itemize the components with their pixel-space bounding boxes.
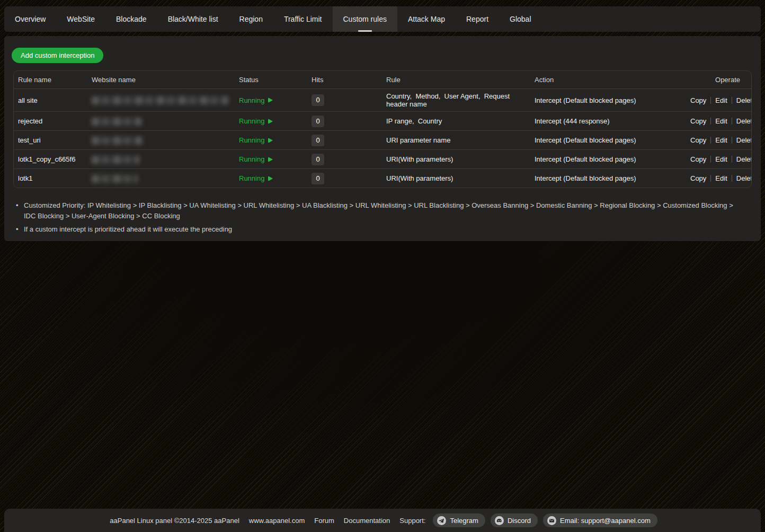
tab-overview[interactable]: Overview [4, 6, 56, 32]
operate-cell: CopyEditDelete [690, 93, 752, 108]
delete-link[interactable]: Delete [736, 117, 752, 125]
rules-table: Rule name Website name Status Hits Rule … [13, 70, 752, 188]
delete-link[interactable]: Delete [736, 174, 752, 182]
tab-global[interactable]: Global [499, 6, 541, 32]
operate-cell: CopyEditDelete [690, 133, 752, 147]
header-status: Status [239, 76, 312, 84]
header-hits: Hits [312, 76, 386, 84]
hits-cell: 0 [312, 170, 386, 188]
divider [710, 175, 711, 182]
delete-link[interactable]: Delete [736, 96, 752, 104]
rule-cell: URI(With parameters) [386, 171, 535, 185]
rule-name-cell: lotk1_copy_c665f6 [14, 152, 92, 166]
edit-link[interactable]: Edit [715, 136, 727, 144]
delete-link[interactable]: Delete [736, 155, 752, 163]
table-row: rejected Running 0 IP range, Country Int… [14, 111, 751, 130]
table-row: all site Running 0 Country, Method, User… [14, 88, 751, 111]
top-nav: OverviewWebSiteBlockadeBlack/White listR… [4, 6, 761, 32]
note-execution: If a custom intercept is prioritized ahe… [14, 224, 734, 235]
action-cell: Intercept (Default blocked pages) [535, 171, 690, 185]
edit-link[interactable]: Edit [715, 155, 727, 163]
copy-link[interactable]: Copy [690, 174, 706, 182]
nav-tabs: OverviewWebSiteBlockadeBlack/White listR… [4, 6, 542, 32]
add-custom-interception-button[interactable]: Add custom interception [12, 48, 103, 63]
play-icon [268, 97, 273, 103]
website-link[interactable]: www.aapanel.com [249, 517, 305, 525]
website-name-cell [92, 93, 239, 108]
divider [732, 137, 732, 144]
status-cell: Running [239, 133, 312, 147]
status-cell: Running [239, 171, 312, 185]
action-cell: Intercept (Default blocked pages) [535, 93, 690, 108]
tab-blockade[interactable]: Blockade [105, 6, 157, 32]
rule-name-cell: test_uri [14, 133, 92, 147]
divider [732, 118, 732, 125]
play-icon [268, 176, 273, 181]
note-priority: Customized Priority: IP Whitelisting > I… [14, 200, 734, 221]
tab-custom-rules[interactable]: Custom rules [333, 6, 397, 32]
copy-link[interactable]: Copy [690, 136, 706, 144]
copy-link[interactable]: Copy [690, 155, 706, 163]
documentation-link[interactable]: Documentation [344, 517, 390, 525]
status-text: Running [239, 155, 264, 163]
hits-badge: 0 [312, 116, 324, 127]
action-cell: Intercept (444 response) [535, 114, 690, 128]
table-body: all site Running 0 Country, Method, User… [14, 88, 751, 188]
header-operate: Operate [690, 76, 746, 84]
hits-cell: 0 [312, 112, 386, 130]
hits-cell: 0 [312, 150, 386, 169]
status-text: Running [239, 136, 264, 144]
redacted-website-name [92, 118, 141, 126]
status-cell: Running [239, 93, 312, 108]
copy-link[interactable]: Copy [690, 117, 706, 125]
notes-list: Customized Priority: IP Whitelisting > I… [14, 200, 734, 237]
telegram-button[interactable]: Telegram [433, 513, 485, 527]
edit-link[interactable]: Edit [715, 117, 727, 125]
edit-link[interactable]: Edit [715, 174, 727, 182]
hits-badge: 0 [312, 135, 324, 146]
operate-cell: CopyEditDelete [690, 171, 752, 185]
delete-link[interactable]: Delete [736, 136, 752, 144]
copy-link[interactable]: Copy [690, 96, 706, 104]
divider [710, 137, 711, 144]
header-rule-name: Rule name [14, 76, 92, 84]
email-button[interactable]: Email: support@aapanel.com [543, 513, 657, 527]
action-cell: Intercept (Default blocked pages) [535, 152, 690, 166]
status-toggle[interactable]: Running [239, 174, 273, 182]
status-toggle[interactable]: Running [239, 117, 273, 125]
tab-report[interactable]: Report [456, 6, 499, 32]
divider [710, 97, 711, 104]
rule-name-cell: all site [14, 93, 92, 108]
header-website-name: Website name [92, 76, 239, 84]
tab-region[interactable]: Region [229, 6, 273, 32]
status-toggle[interactable]: Running [239, 136, 273, 144]
table-row: lotk1 Running 0 URI(With parameters) Int… [14, 169, 751, 188]
website-name-cell [92, 152, 239, 166]
tab-attack-map[interactable]: Attack Map [397, 6, 456, 32]
tab-website[interactable]: WebSite [56, 6, 105, 32]
status-text: Running [239, 96, 264, 104]
edit-link[interactable]: Edit [715, 96, 727, 104]
hits-cell: 0 [312, 131, 386, 149]
tab-black-white-list[interactable]: Black/White list [157, 6, 229, 32]
discord-icon [495, 516, 504, 525]
tab-traffic-limit[interactable]: Traffic Limit [273, 6, 333, 32]
play-icon [268, 138, 273, 143]
table-header-row: Rule name Website name Status Hits Rule … [14, 71, 751, 88]
rule-cell: URI(With parameters) [386, 152, 535, 166]
discord-label: Discord [508, 517, 531, 525]
website-name-cell [92, 132, 239, 147]
redacted-website-name [92, 175, 138, 183]
divider [710, 118, 711, 125]
hits-badge: 0 [312, 94, 324, 106]
status-toggle[interactable]: Running [239, 155, 273, 163]
status-toggle[interactable]: Running [239, 96, 273, 104]
rule-cell: URI parameter name [386, 133, 535, 147]
hits-badge: 0 [312, 173, 324, 184]
discord-button[interactable]: Discord [491, 513, 538, 527]
telegram-label: Telegram [450, 517, 478, 525]
status-text: Running [239, 174, 264, 182]
footer-bar: aaPanel Linux panel ©2014-2025 aaPanel w… [4, 509, 761, 532]
forum-link[interactable]: Forum [314, 517, 334, 525]
redacted-website-name [92, 137, 143, 145]
